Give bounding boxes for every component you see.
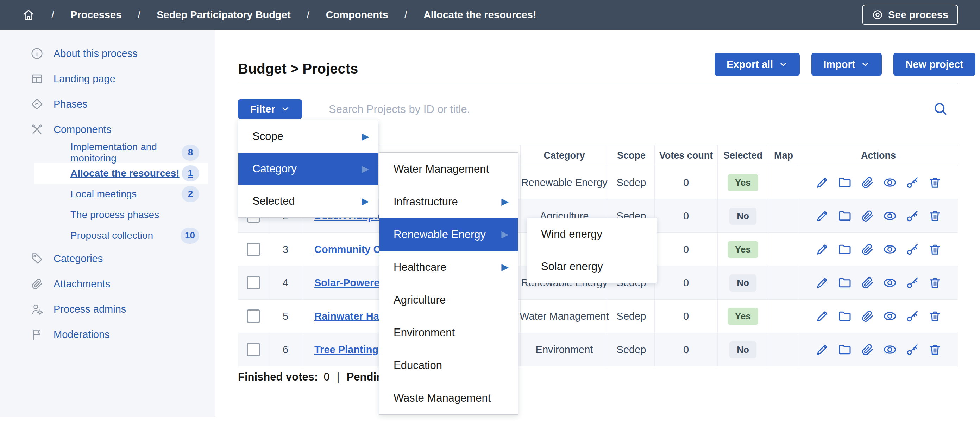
preview-button[interactable] xyxy=(883,276,897,290)
export-all-label: Export all xyxy=(727,59,773,70)
category-item-education[interactable]: Education xyxy=(379,349,518,382)
attachments-button[interactable] xyxy=(860,342,875,357)
delete-project-button[interactable] xyxy=(928,242,942,257)
see-process-button[interactable]: See process xyxy=(862,5,958,25)
actions-cell xyxy=(799,166,958,199)
delete-project-button[interactable] xyxy=(928,276,942,290)
eye-icon xyxy=(872,9,883,21)
menu-item-label: Education xyxy=(393,359,442,372)
count-badge: 10 xyxy=(181,228,199,244)
row-checkbox[interactable] xyxy=(247,276,260,290)
project-folder-button[interactable] xyxy=(837,242,852,257)
attachments-button[interactable] xyxy=(860,209,875,223)
sidebar-subitem-label: Allocate the resources! xyxy=(70,168,180,179)
project-folder-button[interactable] xyxy=(837,209,852,223)
permissions-button[interactable] xyxy=(905,175,920,190)
category-item-environment[interactable]: Environment xyxy=(379,316,518,349)
delete-project-button[interactable] xyxy=(928,309,942,323)
permissions-button[interactable] xyxy=(905,309,920,323)
filter-menu: Scope ▶ Category ▶ Selected ▶ xyxy=(238,120,379,218)
map-cell xyxy=(768,266,799,299)
search-icon[interactable] xyxy=(933,101,948,116)
votes-count-cell: 0 xyxy=(654,200,718,233)
project-folder-button[interactable] xyxy=(837,309,852,323)
preview-button[interactable] xyxy=(883,242,897,257)
category-item-renewable-energy[interactable]: Renewable Energy ▶ xyxy=(379,218,518,251)
breadcrumb-separator: / xyxy=(404,9,407,21)
row-checkbox[interactable] xyxy=(247,343,260,356)
filter-button[interactable]: Filter xyxy=(238,99,302,119)
sidebar-item-allocate-the-resources[interactable]: Allocate the resources! 1 xyxy=(34,163,208,184)
selected-badge: Yes xyxy=(728,174,758,191)
filter-menu-item-scope[interactable]: Scope ▶ xyxy=(238,120,378,153)
category-item-healthcare[interactable]: Healthcare ▶ xyxy=(379,251,518,284)
permissions-button[interactable] xyxy=(905,209,920,223)
project-folder-button[interactable] xyxy=(837,175,852,190)
sidebar-item-process-admins[interactable]: Process admins xyxy=(0,296,215,322)
breadcrumb-process-name[interactable]: Sedep Participatory Budget xyxy=(157,9,290,21)
sidebar-subitem-label: Proposal collection xyxy=(70,230,153,241)
edit-project-button[interactable] xyxy=(815,242,830,257)
delete-project-button[interactable] xyxy=(928,175,942,190)
sidebar-item-the-process-phases[interactable]: The process phases xyxy=(34,204,208,225)
attachments-button[interactable] xyxy=(860,276,875,290)
menu-item-label: Healthcare xyxy=(393,261,446,274)
edit-project-button[interactable] xyxy=(815,342,830,357)
category-item-agriculture[interactable]: Agriculture xyxy=(379,284,518,316)
category-item-waste-management[interactable]: Waste Management xyxy=(379,382,518,414)
breadcrumb-components[interactable]: Components xyxy=(326,9,388,21)
permissions-button[interactable] xyxy=(905,276,920,290)
sidebar-item-label: Categories xyxy=(54,253,103,265)
map-cell xyxy=(768,166,799,199)
edit-project-button[interactable] xyxy=(815,209,830,223)
new-project-button[interactable]: New project xyxy=(893,53,975,76)
attachments-button[interactable] xyxy=(860,175,875,190)
delete-project-button[interactable] xyxy=(928,209,942,223)
sidebar-item-local-meetings[interactable]: Local meetings 2 xyxy=(34,184,208,204)
category-item-wind-energy[interactable]: Wind energy xyxy=(527,218,657,250)
sidebar-item-label: Process admins xyxy=(54,304,126,315)
header-selected: Selected xyxy=(718,145,768,166)
preview-button[interactable] xyxy=(883,342,897,357)
sidebar-item-components[interactable]: Components xyxy=(0,117,215,142)
preview-button[interactable] xyxy=(883,309,897,323)
sidebar-item-categories[interactable]: Categories xyxy=(0,246,215,271)
row-checkbox[interactable] xyxy=(247,309,260,323)
permissions-button[interactable] xyxy=(905,242,920,257)
home-icon[interactable] xyxy=(22,8,35,21)
attachments-button[interactable] xyxy=(860,309,875,323)
sidebar-item-about[interactable]: About this process xyxy=(0,41,215,66)
edit-project-button[interactable] xyxy=(815,276,830,290)
breadcrumb-processes[interactable]: Processes xyxy=(70,9,121,21)
import-button[interactable]: Import xyxy=(811,53,882,76)
sidebar-item-landing-page[interactable]: Landing page xyxy=(0,66,215,92)
attachments-button[interactable] xyxy=(860,242,875,257)
permissions-button[interactable] xyxy=(905,342,920,357)
sidebar-item-moderations[interactable]: Moderations xyxy=(0,322,215,347)
sidebar-item-implementation-and-monitoring[interactable]: Implementation and monitoring 8 xyxy=(34,142,208,163)
project-id: 4 xyxy=(269,266,302,299)
search-input[interactable] xyxy=(328,99,907,120)
scope-cell: Sedep xyxy=(608,299,654,333)
preview-button[interactable] xyxy=(883,175,897,190)
preview-button[interactable] xyxy=(883,209,897,223)
project-folder-button[interactable] xyxy=(837,276,852,290)
filter-menu-item-category[interactable]: Category ▶ xyxy=(238,153,378,185)
project-folder-button[interactable] xyxy=(837,342,852,357)
sidebar-item-proposal-collection[interactable]: Proposal collection 10 xyxy=(34,225,208,246)
sidebar-item-phases[interactable]: Phases xyxy=(0,92,215,117)
filter-menu-item-selected[interactable]: Selected ▶ xyxy=(238,185,378,217)
export-all-button[interactable]: Export all xyxy=(714,53,800,76)
count-badge: 8 xyxy=(181,144,199,161)
category-item-solar-energy[interactable]: Solar energy xyxy=(527,250,657,283)
edit-project-button[interactable] xyxy=(815,309,830,323)
category-item-infrastructure[interactable]: Infrastructure ▶ xyxy=(379,185,518,218)
delete-project-button[interactable] xyxy=(928,342,942,357)
breadcrumb-current-component[interactable]: Allocate the resources! xyxy=(423,9,536,21)
edit-project-button[interactable] xyxy=(815,175,830,190)
sidebar-item-attachments[interactable]: Attachments xyxy=(0,271,215,296)
row-checkbox[interactable] xyxy=(247,243,260,256)
category-item-water-management[interactable]: Water Management xyxy=(379,153,518,185)
submenu-arrow-icon: ▶ xyxy=(501,230,509,239)
map-cell xyxy=(768,200,799,233)
